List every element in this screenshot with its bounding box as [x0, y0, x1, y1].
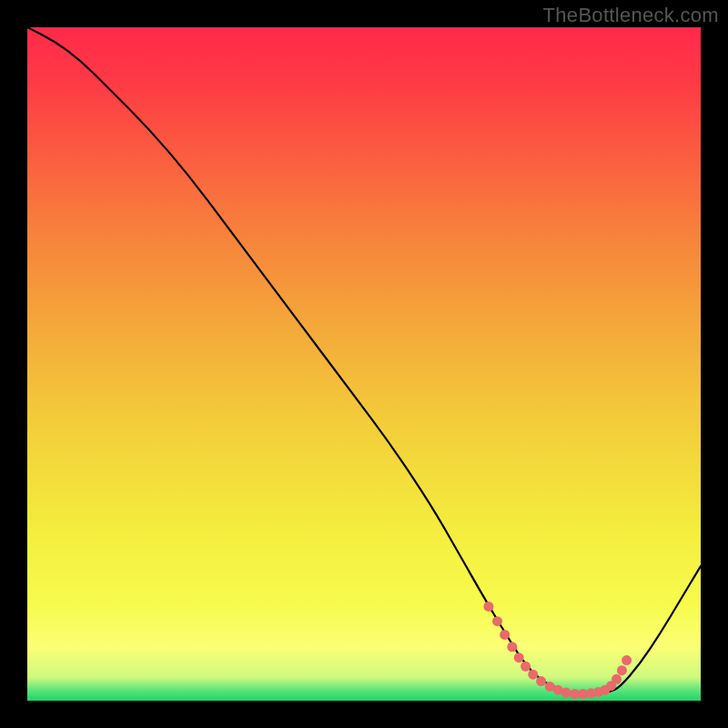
valley-dot: [507, 642, 517, 652]
chart-svg: [27, 27, 701, 701]
valley-dot: [500, 630, 510, 640]
valley-dot: [521, 662, 531, 672]
valley-dot: [617, 665, 627, 675]
valley-dot: [483, 602, 493, 612]
plot-area: [27, 27, 701, 701]
chart-container: TheBottleneck.com: [0, 0, 728, 728]
gradient-background: [27, 27, 701, 701]
valley-dot: [622, 655, 632, 665]
valley-dot: [536, 676, 546, 686]
valley-dot: [514, 652, 524, 662]
valley-dot: [612, 674, 622, 684]
valley-dot: [528, 670, 538, 680]
watermark: TheBottleneck.com: [543, 4, 719, 27]
valley-dot: [492, 616, 502, 626]
valley-dot: [561, 688, 571, 698]
